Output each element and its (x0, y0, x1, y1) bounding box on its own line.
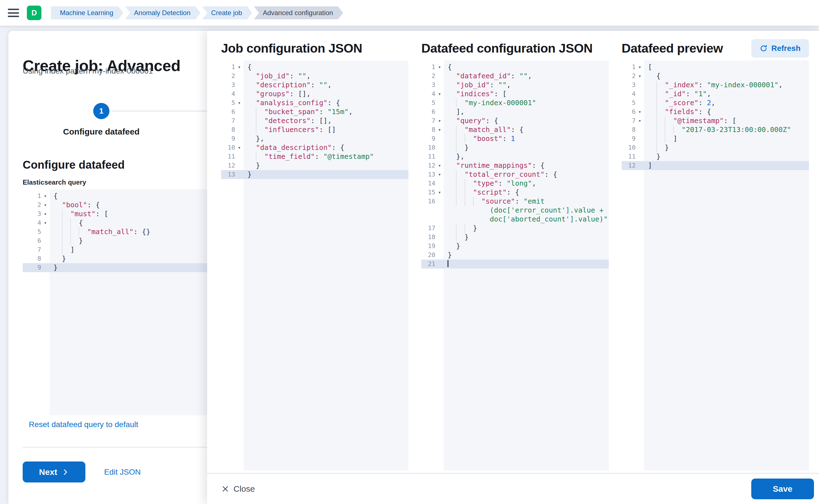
line-number-gutter: 5 (622, 98, 644, 107)
code-line: 14 "type": "long", (421, 179, 608, 188)
line-number-gutter: 20 (421, 251, 444, 260)
code-line: doc['aborted_count'].value)" (421, 215, 608, 224)
fold-arrow-icon[interactable]: ▾ (41, 218, 50, 227)
code-line: 6▾ "fields": { (622, 107, 809, 116)
panel-job-config: Job configuration JSON1▾{2 "job_id": "",… (221, 38, 408, 470)
menu-icon[interactable] (8, 9, 19, 17)
step-1-indicator[interactable]: 1 (93, 103, 109, 119)
fold-arrow-icon[interactable]: ▾ (435, 116, 444, 125)
line-number-gutter: 5▾ (221, 98, 244, 107)
fold-arrow-icon[interactable]: ▾ (435, 161, 444, 170)
breadcrumb-anomaly-detection[interactable]: Anomaly Detection (125, 6, 200, 19)
code-line: 21 (421, 260, 608, 269)
line-number-gutter: 1▾ (622, 63, 644, 72)
fold-arrow-icon[interactable]: ▾ (435, 125, 444, 134)
code-line: 6 } (23, 236, 207, 245)
code-line: 1▾{ (221, 63, 408, 72)
code-line: 2▾ { (622, 72, 809, 81)
code-line: 9} (23, 263, 207, 272)
fold-arrow-icon[interactable]: ▾ (435, 188, 444, 197)
edit-json-link[interactable]: Edit JSON (104, 468, 141, 477)
code-line: (doc['error_count'].value + (421, 206, 608, 215)
code-line: 5 "my-index-000001" (421, 98, 608, 107)
code-line: 3 "description": "", (221, 81, 408, 90)
line-number-gutter: 9 (23, 263, 50, 272)
fold-arrow-icon[interactable]: ▾ (41, 201, 50, 209)
fold-arrow-icon[interactable]: ▾ (235, 98, 244, 107)
fold-arrow-icon[interactable]: ▾ (435, 170, 444, 179)
code-line: 5▾ "analysis_config": { (221, 98, 408, 107)
line-number-gutter: 7 (221, 116, 244, 125)
fold-arrow-icon[interactable]: ▾ (41, 192, 50, 201)
code-line: 7▾ "@timestamp": [ (622, 116, 809, 125)
fold-arrow-icon[interactable]: ▾ (235, 63, 244, 72)
code-line: 10▾ "data_description": { (221, 143, 408, 152)
line-number-gutter: 10 (622, 143, 644, 152)
code-line: 11 }, (421, 152, 608, 161)
code-line: 16 "source": "emit (421, 197, 608, 206)
code-line: 8 "influencers": [] (221, 125, 408, 134)
fold-arrow-icon[interactable]: ▾ (636, 63, 644, 72)
code-line: 13} (221, 170, 408, 179)
breadcrumb-advanced-configuration: Advanced configuration (254, 6, 343, 19)
code-line: 15▾ "script": { (421, 188, 608, 197)
space-avatar[interactable]: D (27, 6, 41, 20)
code-line: 4▾ { (23, 218, 207, 227)
next-button[interactable]: Next (23, 461, 85, 482)
fold-arrow-icon[interactable]: ▾ (41, 209, 50, 218)
line-number-gutter (421, 215, 444, 224)
datafeed-config-editor[interactable]: 1▾{2 "datafeed_id": "",3 "job_id": "",4▾… (421, 60, 608, 470)
fold-arrow-icon[interactable]: ▾ (636, 72, 644, 81)
breadcrumb-machine-learning[interactable]: Machine Learning (51, 6, 123, 19)
line-number-gutter: 2 (421, 72, 444, 81)
refresh-button[interactable]: Refresh (751, 39, 809, 58)
panel-title: Datafeed preview (622, 41, 723, 56)
code-line: 10 } (622, 143, 809, 152)
top-bar: D Machine LearningAnomaly DetectionCreat… (0, 0, 819, 26)
code-line: 8 "2017-03-23T13:00:00.000Z" (622, 125, 809, 134)
code-line: 4 "groups": [], (221, 90, 408, 98)
job-config-editor[interactable]: 1▾{2 "job_id": "",3 "description": "",4 … (221, 60, 408, 470)
line-number-gutter: 1▾ (221, 63, 244, 72)
fold-arrow-icon[interactable]: ▾ (435, 90, 444, 98)
code-line: 6 "bucket_span": "15m", (221, 107, 408, 116)
line-number-gutter: 4 (622, 90, 644, 98)
line-number-gutter: 12 (622, 161, 644, 170)
line-number-gutter (421, 206, 444, 215)
fold-arrow-icon[interactable]: ▾ (235, 143, 244, 152)
elasticsearch-query-editor[interactable]: 1▾{2▾ "bool": {3▾ "must": [4▾ {5 "match_… (23, 189, 207, 415)
code-line: 2 "datafeed_id": "", (421, 72, 608, 81)
panel-title: Job configuration JSON (221, 41, 362, 56)
code-line: 5 "_score": 2, (622, 98, 809, 107)
breadcrumb-create-job[interactable]: Create job (202, 6, 252, 19)
code-line: 5 "match_all": {} (23, 227, 207, 236)
code-line: 9 }, (221, 134, 408, 143)
line-number-gutter: 17 (421, 224, 444, 233)
line-number-gutter: 11 (221, 152, 244, 161)
line-number-gutter: 3 (421, 81, 444, 90)
section-heading: Configure datafeed (23, 159, 124, 171)
fold-arrow-icon[interactable]: ▾ (636, 116, 644, 125)
refresh-icon (760, 44, 768, 52)
code-line: 1▾{ (23, 192, 207, 201)
fold-arrow-icon[interactable]: ▾ (636, 107, 644, 116)
line-number-gutter: 6▾ (622, 107, 644, 116)
line-number-gutter: 7 (23, 245, 50, 254)
reset-datafeed-query-link[interactable]: Reset datafeed query to default (29, 420, 138, 429)
line-number-gutter: 5 (421, 98, 444, 107)
code-line: 4▾ "indices": [ (421, 90, 608, 98)
line-number-gutter: 1▾ (23, 192, 50, 201)
datafeed-preview-editor[interactable]: 1▾[2▾ {3 "_index": "my-index-000001",4 "… (622, 60, 809, 470)
code-line: 17 } (421, 224, 608, 233)
breadcrumbs: Machine LearningAnomaly DetectionCreate … (51, 6, 343, 19)
line-number-gutter: 8 (23, 254, 50, 263)
save-button[interactable]: Save (751, 479, 814, 499)
code-line: 20} (421, 251, 608, 260)
close-button[interactable]: Close (220, 484, 257, 494)
line-number-gutter: 10▾ (221, 143, 244, 152)
code-line: 19 } (421, 242, 608, 251)
fold-arrow-icon[interactable]: ▾ (435, 63, 444, 72)
elasticsearch-query-label: Elasticsearch query (23, 178, 86, 186)
code-line: 1▾{ (421, 63, 608, 72)
text-cursor (448, 260, 448, 267)
